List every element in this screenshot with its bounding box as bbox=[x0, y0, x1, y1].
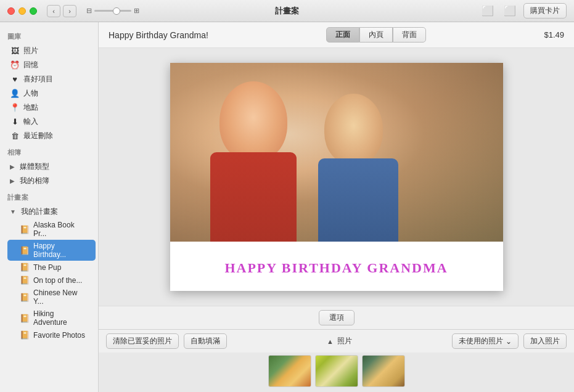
book-icon: 📔 bbox=[20, 314, 30, 323]
page-tabs: 正面 內頁 背面 bbox=[326, 27, 426, 43]
sidebar-item-the-pup[interactable]: 📔 The Pup bbox=[7, 261, 96, 274]
app-title: 計畫案 bbox=[275, 6, 299, 17]
autofill-button[interactable]: 自動填滿 bbox=[184, 333, 227, 349]
greeting-card[interactable]: HAPPY BIRTHDAY GRANDMA bbox=[170, 63, 503, 291]
sidebar-item-label: 喜好項目 bbox=[23, 74, 53, 84]
heart-icon: ♥ bbox=[10, 75, 20, 84]
projects-section-header: 計畫案 bbox=[0, 188, 98, 205]
sidebar-item-label: Favorite Photos bbox=[33, 331, 85, 340]
strip-thumbnail-1[interactable] bbox=[268, 355, 311, 387]
import-icon: ⬇ bbox=[10, 117, 20, 126]
sidebar-toggle-button[interactable]: ⬜ bbox=[479, 4, 496, 18]
photos-label-area: ▲ 照片 bbox=[232, 336, 447, 346]
book-icon: 📔 bbox=[20, 263, 30, 272]
memories-icon: ⏰ bbox=[10, 60, 20, 70]
back-button[interactable]: ‹ bbox=[47, 5, 60, 17]
tab-front[interactable]: 正面 bbox=[326, 27, 359, 43]
card-title: Happy Birthday Grandma! bbox=[109, 30, 208, 40]
titlebar-right: ⬜ ⬜ 購買卡片 bbox=[479, 3, 567, 18]
expand-icon: ▶ bbox=[10, 163, 15, 170]
options-bar: 選項 bbox=[99, 306, 574, 329]
sidebar-item-on-top-of[interactable]: 📔 On top of the... bbox=[7, 274, 96, 287]
person1-body bbox=[210, 152, 297, 242]
sidebar-item-recently-deleted[interactable]: 🗑 最近刪除 bbox=[2, 129, 96, 143]
minimize-button[interactable] bbox=[18, 7, 26, 15]
sidebar-item-label: 最近刪除 bbox=[23, 131, 53, 141]
slider-thumb[interactable] bbox=[113, 7, 120, 15]
photos-icon: 🖼 bbox=[10, 46, 20, 55]
sidebar-item-favorites[interactable]: ♥ 喜好項目 bbox=[2, 72, 96, 86]
sidebar-item-chinese-new[interactable]: 📔 Chinese New Y... bbox=[7, 287, 96, 308]
main-content: 圖庫 🖼 照片 ⏰ 回憶 ♥ 喜好項目 👤 人物 📍 地點 ⬇ 輸入 🗑 最近刪… bbox=[0, 22, 574, 392]
sidebar-item-happy-birthday[interactable]: 📔 Happy Birthday... bbox=[7, 240, 96, 261]
options-button[interactable]: 選項 bbox=[319, 310, 355, 325]
person1-head bbox=[219, 81, 287, 161]
sidebar-item-media-types[interactable]: ▶ 媒體類型 bbox=[2, 160, 96, 174]
albums-section-header: 相簿 bbox=[0, 143, 98, 160]
photo-strip bbox=[99, 353, 574, 392]
right-controls: 未使用的照片 ⌄ 加入照片 bbox=[452, 333, 567, 349]
photos-collapse-icon[interactable]: ▲ bbox=[327, 338, 334, 345]
clear-placed-photos-button[interactable]: 清除已置妥的照片 bbox=[106, 333, 179, 349]
sidebar-item-label: 人物 bbox=[23, 88, 38, 99]
sidebar-item-label: 地點 bbox=[23, 102, 38, 113]
projects-list: 📔 Alaska Book Pr... 📔 Happy Birthday... … bbox=[0, 219, 98, 341]
strip-thumbnail-3[interactable] bbox=[362, 355, 405, 387]
sidebar-item-label: Hiking Adventure bbox=[33, 309, 88, 327]
bottom-toolbar: 清除已置妥的照片 自動填滿 ▲ 照片 未使用的照片 ⌄ 加入照片 bbox=[99, 329, 574, 353]
sidebar-item-alaska-book[interactable]: 📔 Alaska Book Pr... bbox=[7, 219, 96, 240]
sidebar-item-label: Happy Birthday... bbox=[33, 242, 88, 259]
traffic-lights bbox=[7, 7, 37, 15]
sidebar-item-label: The Pup bbox=[33, 263, 61, 272]
nav-buttons: ‹ › bbox=[47, 5, 76, 17]
content-area: Happy Birthday Grandma! 正面 內頁 背面 $1.49 bbox=[99, 22, 574, 392]
book-icon: 📔 bbox=[20, 293, 30, 302]
pin-icon: 📍 bbox=[10, 103, 20, 112]
trash-icon: 🗑 bbox=[10, 131, 20, 141]
photos-section-label: 照片 bbox=[337, 336, 352, 346]
sidebar-item-favorite-photos[interactable]: 📔 Favorite Photos bbox=[7, 329, 96, 341]
card-text-area: HAPPY BIRTHDAY GRANDMA bbox=[170, 245, 503, 291]
unused-photos-label: 未使用的照片 bbox=[459, 336, 503, 346]
library-section-header: 圖庫 bbox=[0, 27, 98, 44]
sidebar-item-photos[interactable]: 🖼 照片 bbox=[2, 44, 96, 58]
tab-back[interactable]: 背面 bbox=[393, 27, 426, 43]
close-button[interactable] bbox=[7, 7, 15, 15]
sidebar-item-label: Chinese New Y... bbox=[33, 288, 88, 306]
card-photo bbox=[170, 63, 503, 242]
zoom-max-icon: ⊞ bbox=[134, 7, 139, 15]
buy-card-button[interactable]: 購買卡片 bbox=[523, 3, 567, 18]
person-icon: 👤 bbox=[10, 89, 20, 98]
book-icon: 📔 bbox=[20, 276, 30, 285]
sidebar-item-hiking-adventure[interactable]: 📔 Hiking Adventure bbox=[7, 308, 96, 329]
birthday-text: HAPPY BIRTHDAY GRANDMA bbox=[224, 260, 448, 276]
sidebar-item-my-projects[interactable]: ▼ 我的計畫案 bbox=[2, 205, 96, 219]
unused-photos-dropdown[interactable]: 未使用的照片 ⌄ bbox=[452, 333, 519, 349]
sidebar-item-places[interactable]: 📍 地點 bbox=[2, 100, 96, 115]
forward-button[interactable]: › bbox=[63, 5, 76, 17]
strip-thumbnail-2[interactable] bbox=[315, 355, 358, 387]
sidebar-item-label: Alaska Book Pr... bbox=[33, 221, 88, 238]
content-header: Happy Birthday Grandma! 正面 內頁 背面 $1.49 bbox=[99, 22, 574, 48]
titlebar-left: ‹ › ⊟ ⊞ bbox=[7, 5, 139, 17]
add-photos-button[interactable]: 加入照片 bbox=[523, 333, 567, 349]
tab-inner[interactable]: 內頁 bbox=[359, 27, 393, 43]
sidebar-item-my-albums[interactable]: ▶ 我的相簿 bbox=[2, 174, 96, 188]
collapse-icon: ▼ bbox=[10, 208, 16, 215]
sidebar-item-imports[interactable]: ⬇ 輸入 bbox=[2, 115, 96, 129]
sidebar-item-label: 照片 bbox=[23, 46, 38, 56]
book-icon: 📔 bbox=[20, 330, 30, 340]
sidebar: 圖庫 🖼 照片 ⏰ 回憶 ♥ 喜好項目 👤 人物 📍 地點 ⬇ 輸入 🗑 最近刪… bbox=[0, 22, 99, 392]
sidebar-item-label: On top of the... bbox=[33, 276, 82, 285]
sidebar-item-people[interactable]: 👤 人物 bbox=[2, 86, 96, 100]
price-label: $1.49 bbox=[544, 30, 564, 39]
sidebar-item-memories[interactable]: ⏰ 回憶 bbox=[2, 58, 96, 72]
maximize-button[interactable] bbox=[30, 7, 37, 15]
sidebar-item-label: 回憶 bbox=[23, 60, 38, 70]
view-toggle-button[interactable]: ⬜ bbox=[501, 4, 519, 18]
slider-track[interactable] bbox=[94, 10, 131, 12]
zoom-slider[interactable]: ⊟ ⊞ bbox=[86, 7, 139, 15]
sidebar-item-label: 輸入 bbox=[23, 116, 38, 127]
zoom-min-icon: ⊟ bbox=[86, 7, 92, 15]
book-icon: 📔 bbox=[20, 246, 30, 255]
